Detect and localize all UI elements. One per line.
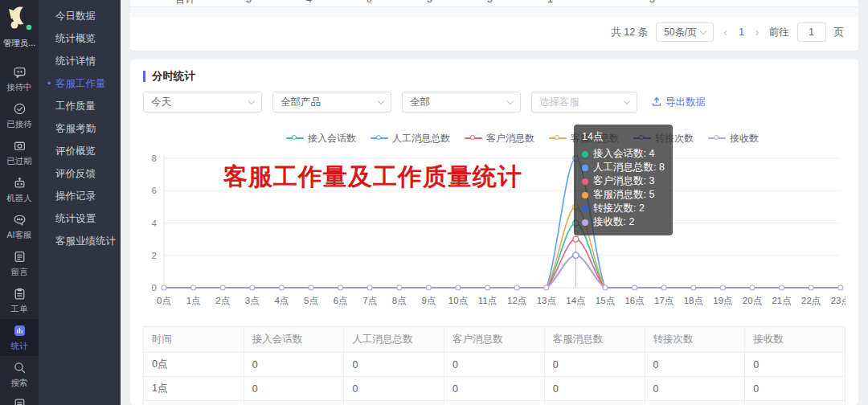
- table-header-cell: 客户消息数: [444, 327, 545, 353]
- svg-text:10点: 10点: [448, 296, 468, 305]
- rail-item-check-circle[interactable]: 已接待: [0, 97, 39, 134]
- summary-cell: 3: [427, 0, 487, 7]
- table-cell: 0: [745, 353, 845, 377]
- expired-icon: [13, 143, 27, 155]
- filter-value: 全部产品: [280, 96, 321, 109]
- legend-item[interactable]: 转接次数: [633, 130, 694, 146]
- menu-item-10[interactable]: 客服业绩统计: [39, 230, 121, 252]
- goto-page-input[interactable]: [797, 22, 826, 42]
- menu-item-1[interactable]: 统计概览: [39, 27, 121, 50]
- hourly-line-chart: 接入会话数人工消息总数客户消息数客服消息数转接次数接收数 024680点1点2点…: [143, 122, 845, 310]
- summary-cell: 合计: [175, 0, 246, 7]
- table-header-cell: 接收数: [745, 327, 845, 353]
- table-cell: 0: [745, 401, 845, 405]
- table-cell: 0: [344, 377, 444, 401]
- menu-item-8[interactable]: 操作记录: [39, 185, 121, 207]
- chart-legend: 接入会话数人工消息总数客户消息数客服消息数转接次数接收数: [143, 122, 845, 149]
- menu-item-3[interactable]: 客服工作量: [39, 72, 121, 95]
- chevron-down-icon: [700, 27, 706, 34]
- summary-cell: 3: [487, 0, 547, 7]
- menu-item-0[interactable]: 今日数据: [39, 5, 121, 27]
- table-header-cell: 客服消息数: [544, 327, 645, 353]
- rail-item-note[interactable]: 留言: [0, 245, 39, 282]
- rail-item-ai-chat[interactable]: AI客服: [0, 208, 39, 245]
- rail-item-expired[interactable]: 已过期: [0, 134, 39, 171]
- menu-item-7[interactable]: 评价反馈: [39, 162, 121, 185]
- legend-marker-icon: [465, 135, 482, 141]
- table-cell: 0: [645, 401, 745, 405]
- table-header-cell: 时间: [144, 327, 244, 353]
- table-footer-strip: [130, 7, 858, 17]
- pagination: 共 12 条 50条/页 ‹ 1 › 前往 页: [130, 17, 858, 47]
- menu-item-4[interactable]: 工作质量: [39, 95, 121, 117]
- filter-bar: 今天全部产品全部选择客服 导出数据: [143, 92, 845, 112]
- table-header-cell: 转接次数: [645, 327, 745, 353]
- svg-text:8点: 8点: [392, 296, 407, 305]
- legend-label: 客服消息数: [571, 132, 619, 145]
- legend-item[interactable]: 接入会话数: [286, 130, 356, 146]
- menu-item-2[interactable]: 统计详情: [39, 50, 121, 72]
- table-body: 0点0000001点0000002点000000: [144, 353, 845, 405]
- avatar: [5, 24, 34, 36]
- menu-item-6[interactable]: 评价概览: [39, 140, 121, 162]
- check-circle-icon: [13, 106, 27, 118]
- menu-item-9[interactable]: 统计设置: [39, 207, 121, 230]
- legend-marker-icon: [708, 135, 726, 141]
- svg-text:11点: 11点: [478, 296, 497, 305]
- rail-item-chat-wait[interactable]: 接待中: [0, 60, 39, 97]
- legend-item[interactable]: 人工消息总数: [371, 130, 450, 146]
- filter-select-2[interactable]: 全部: [402, 92, 521, 112]
- table-cell: 0: [444, 353, 545, 377]
- chevron-down-icon: [624, 97, 630, 104]
- svg-text:5点: 5点: [304, 296, 318, 305]
- filter-value: 全部: [410, 96, 430, 109]
- table-cell: 0: [745, 377, 845, 401]
- user-profile[interactable]: 管理员...: [3, 5, 35, 49]
- svg-text:0: 0: [152, 283, 157, 292]
- filter-select-3[interactable]: 选择客服: [531, 92, 637, 112]
- next-page-button[interactable]: ›: [754, 26, 761, 39]
- svg-text:16点: 16点: [624, 296, 644, 305]
- page-size-select[interactable]: 50条/页: [656, 22, 714, 42]
- rail-item-label: 接待中: [0, 82, 39, 93]
- filter-select-1[interactable]: 全部产品: [272, 92, 391, 112]
- svg-text:1点: 1点: [186, 296, 201, 305]
- svg-text:20点: 20点: [743, 296, 762, 305]
- rail-item-search[interactable]: 搜索: [0, 356, 39, 393]
- table-cell: 2点: [144, 401, 244, 405]
- table-cell: 0: [344, 401, 444, 405]
- page-number-button[interactable]: 1: [737, 27, 746, 38]
- menu-item-5[interactable]: 客服考勤: [39, 117, 121, 140]
- rail-item-label: 留言: [0, 267, 39, 278]
- table-cell: 0: [244, 401, 344, 405]
- legend-item[interactable]: 接收数: [708, 130, 759, 146]
- svg-text:23点: 23点: [831, 296, 845, 305]
- export-data-button[interactable]: 导出数据: [651, 96, 706, 109]
- page-unit-label: 页: [834, 26, 845, 39]
- legend-marker-icon: [371, 135, 388, 141]
- filter-select-0[interactable]: 今天: [143, 92, 262, 112]
- rail-item-ticket[interactable]: 工单: [0, 282, 39, 319]
- rail-nav: 接待中已接待已过期机器人AI客服留言工单统计搜索: [0, 60, 39, 405]
- table-header-cell: 接入会话数: [244, 327, 344, 353]
- prev-page-button[interactable]: ‹: [722, 26, 729, 39]
- rail-item-label: 统计: [0, 341, 39, 352]
- summary-total-row: 合计3403313: [130, 0, 858, 7]
- rail-item-label: AI客服: [0, 230, 39, 241]
- icon-rail: 管理员... 接待中已接待已过期机器人AI客服留言工单统计搜索: [0, 0, 39, 405]
- rail-item-label: 搜索: [0, 378, 39, 389]
- robot-icon: [13, 180, 27, 192]
- doc-icon: [13, 402, 27, 405]
- rail-item-stats[interactable]: 统计: [0, 319, 39, 356]
- legend-item[interactable]: 客户消息数: [465, 130, 534, 146]
- upload-icon: [651, 96, 662, 109]
- rail-item-doc[interactable]: [0, 393, 39, 405]
- table-row: 2点000000: [144, 401, 845, 405]
- rail-item-robot[interactable]: 机器人: [0, 171, 39, 208]
- table-header-cell: 人工消息总数: [344, 327, 444, 353]
- hourly-data-table: 时间接入会话数人工消息总数客户消息数客服消息数转接次数接收数 0点0000001…: [143, 326, 845, 405]
- export-label: 导出数据: [665, 96, 706, 109]
- filter-value: 今天: [151, 96, 171, 109]
- svg-text:21点: 21点: [772, 296, 791, 305]
- legend-item[interactable]: 客服消息数: [549, 130, 619, 146]
